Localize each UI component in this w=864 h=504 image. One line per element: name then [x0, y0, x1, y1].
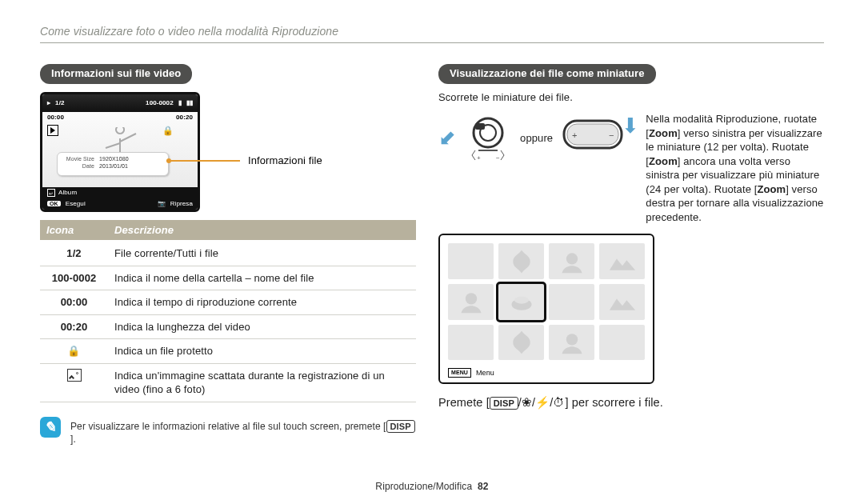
th-icon: Icona: [40, 220, 108, 242]
row-desc: Indica il tempo di riproduzione corrente: [108, 290, 416, 315]
th-desc: Descrizione: [108, 220, 416, 242]
svg-point-0: [474, 118, 502, 147]
thumb-cell: [599, 284, 645, 320]
play-glyph: ▸: [47, 100, 50, 106]
page-footer: Riproduzione/Modifica 82: [0, 480, 864, 493]
counter: 1/2: [55, 100, 64, 106]
breadcrumb: Come visualizzare foto o video nella mod…: [40, 24, 824, 43]
lcd-mockup: ▸ 1/2 100-0002 ▮ ▮▮ 00:00 00:20 🔒: [40, 92, 200, 212]
section-heading-thumbnails: Visualizzazione dei file come miniature: [438, 64, 656, 84]
row-desc: File corrente/Tutti i file: [108, 241, 416, 266]
icon-description-table: Icona Descrizione 1/2 File corrente/Tutt…: [40, 220, 416, 402]
time-current: 00:00: [47, 112, 64, 123]
file-no: 100-0002: [146, 100, 174, 106]
row-desc: Indica il nome della cartella – nome del…: [108, 266, 416, 290]
menu-label: Menu: [476, 370, 494, 377]
lock-icon: 🔒: [162, 125, 174, 137]
svg-point-12: [514, 297, 529, 304]
album-label: Album: [58, 190, 77, 196]
thumb-icon: [40, 363, 108, 402]
menu-key: MENU: [448, 368, 471, 378]
thumb-cell: [498, 325, 544, 361]
thumb-cell: [448, 284, 494, 320]
row-desc: Indica un file protetto: [108, 339, 416, 364]
thumbnails-sub: Scorrete le miniature dei file.: [438, 90, 824, 105]
row-icon: 00:20: [40, 314, 108, 339]
thumb-cell: [498, 243, 544, 279]
thumb-cell: [448, 325, 494, 361]
note-text: Per visualizzare le informazioni relativ…: [70, 421, 383, 432]
footer-section: Riproduzione/Modifica: [375, 481, 472, 492]
row-icon: 00:00: [40, 290, 108, 315]
thumb-cell: [549, 243, 594, 279]
svg-point-9: [566, 253, 577, 264]
thumb-cell: [549, 325, 594, 361]
macro-icon: ❀: [522, 396, 532, 409]
card-icon: ▮: [178, 100, 182, 106]
callout-line: [166, 160, 240, 162]
svg-point-10: [465, 294, 476, 305]
callout-label: Informazioni file: [248, 154, 322, 168]
svg-text:−: −: [496, 154, 500, 160]
svg-text:+: +: [477, 154, 481, 160]
arrow-down-icon: ⬇: [622, 112, 639, 140]
oppure-label: oppure: [520, 131, 553, 146]
thumb-cell: [448, 243, 494, 279]
footer-page: 82: [478, 481, 489, 492]
row-icon: 1/2: [40, 241, 108, 266]
svg-point-13: [566, 334, 577, 345]
disp-key: DISP: [490, 397, 518, 410]
zoom-ring-icon: + −: [464, 112, 512, 164]
note-icon: ✎: [40, 417, 61, 438]
battery-icon: ▮▮: [186, 100, 193, 106]
disp-key: DISP: [386, 420, 415, 433]
arrow-left-icon: ⬋: [438, 124, 456, 152]
shoot-label: Ripresa: [170, 201, 193, 207]
row-desc: Indica un'immagine scattata durante la r…: [108, 363, 416, 402]
timer-icon: ⏱: [553, 396, 565, 409]
file-info-popup: Movie Size 1920X1080 Date 2013/01/01: [57, 152, 169, 176]
zoom-rocker-icon: + −: [561, 114, 625, 162]
dial-row: ⬋ + − oppure: [438, 112, 639, 164]
section-heading-video-info: Informazioni sui file video: [40, 64, 192, 84]
exec-label: Esegui: [66, 201, 86, 207]
note-disp: ✎ Per visualizzare le informazioni relat…: [40, 417, 416, 446]
row-desc: Indica la lunghezza del video: [108, 314, 416, 339]
camera-icon: 📷: [158, 201, 166, 207]
thumbnails-desc: Nella modalità Riproduzione, ruotate [Zo…: [646, 112, 824, 224]
back-icon: ↩: [47, 189, 55, 197]
scroll-instruction: Premete [DISP/❀/⚡/⏱] per scorrere i file…: [438, 395, 824, 411]
thumb-cell-selected: [498, 284, 544, 320]
time-total: 00:20: [176, 112, 193, 123]
lock-icon: 🔒: [40, 339, 108, 364]
thumbnail-preview: MENU Menu: [438, 234, 654, 384]
thumb-cell: [599, 243, 645, 279]
row-icon: 100-0002: [40, 266, 108, 290]
thumb-cell: [599, 325, 645, 361]
svg-text:−: −: [609, 130, 614, 140]
thumb-cell: [549, 284, 594, 320]
ok-key: OK: [47, 201, 61, 206]
svg-text:+: +: [572, 130, 578, 140]
flash-icon: ⚡: [535, 396, 550, 409]
svg-rect-2: [475, 123, 485, 130]
play-button-icon: [47, 125, 58, 136]
